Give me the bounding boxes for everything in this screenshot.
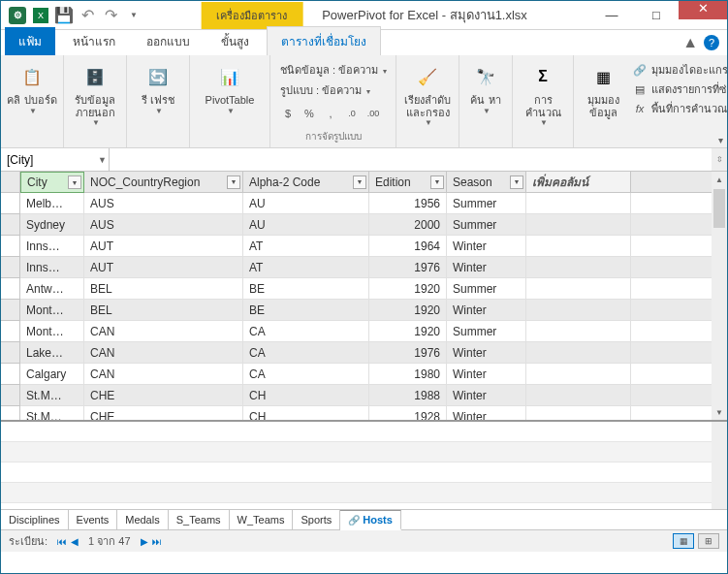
undo-button[interactable]: ↶ [77,5,98,26]
close-button[interactable]: ✕ [679,0,727,19]
cell-alpha2[interactable]: AU [243,193,369,214]
cell-city[interactable]: Mont… [20,321,84,342]
cell-city[interactable]: Calgary [20,364,84,385]
cell-alpha2[interactable]: AT [243,236,369,257]
cell-season[interactable]: Summer [447,214,526,236]
cell-edition[interactable]: 1988 [369,385,447,406]
filter-icon[interactable]: ▼ [68,175,81,189]
cell-empty[interactable] [526,257,631,278]
help-button[interactable]: ? [704,35,719,50]
cell-edition[interactable]: 1928 [369,406,447,422]
calc-row[interactable] [1,442,727,462]
cell-noc[interactable]: AUT [84,257,243,278]
get-external-data-button[interactable]: 🗄️ รับข้อมูล ภายนอก ▼ [70,59,120,127]
cell-noc[interactable]: CHE [84,406,243,422]
datatype-selector[interactable]: ชนิดข้อมูล : ข้อความ ▾ [280,61,386,79]
next-record-button[interactable]: ▶ [141,536,148,547]
cell-alpha2[interactable]: CA [243,321,369,342]
table-row[interactable]: CalgaryCANCA1980Winter [1,364,727,385]
cell-alpha2[interactable]: AT [243,257,369,278]
cell-noc[interactable]: CAN [84,321,243,342]
cell-alpha2[interactable]: CH [243,385,369,406]
cell-noc[interactable]: CAN [84,364,243,385]
sheet-tab-hosts[interactable]: 🔗Hosts [340,510,401,530]
formula-input[interactable]: ⇳ [110,148,727,171]
row-header[interactable] [1,214,20,236]
sheet-tab-sports[interactable]: Sports [293,510,340,529]
app-logo[interactable]: ⚙ [7,5,28,26]
tab-file[interactable]: แฟ้ม [5,27,55,55]
sheet-tab-steams[interactable]: S_Teams [169,510,230,529]
sheet-tab-disciplines[interactable]: Disciplines [1,510,69,529]
cell-city[interactable]: Antw… [20,278,84,300]
cell-noc[interactable]: AUS [84,214,243,236]
cell-empty[interactable] [526,321,631,342]
calc-area-button[interactable]: fxพื้นที่การคำนวณ [632,100,728,117]
cell-city[interactable]: St.M… [20,385,84,406]
prev-record-button[interactable]: ◀ [71,536,79,547]
cell-season[interactable]: Winter [447,257,526,278]
cell-season[interactable]: Summer [447,193,526,214]
row-header[interactable] [1,385,20,406]
cell-edition[interactable]: 1920 [369,321,447,342]
row-header[interactable] [1,278,20,300]
cell-city[interactable]: Lake… [20,342,84,364]
format-selector[interactable]: รูปแบบ : ข้อความ ▾ [280,81,386,99]
increase-decimal-button[interactable]: .0 [344,106,360,121]
cell-alpha2[interactable]: CA [243,364,369,385]
cell-noc[interactable]: CAN [84,342,243,364]
cell-city[interactable]: St.M… [20,406,84,422]
cell-edition[interactable]: 2000 [369,214,447,236]
show-hidden-button[interactable]: ▤แสดงรายการที่ซ่อนอยู่ [632,80,728,98]
table-row[interactable]: SydneyAUSAU2000Summer [1,214,727,236]
select-all-corner[interactable] [1,172,20,193]
cell-noc[interactable]: BEL [84,300,243,321]
cell-noc[interactable]: AUT [84,236,243,257]
cell-alpha2[interactable]: CH [243,406,369,422]
cell-season[interactable]: Summer [447,321,526,342]
calculations-button[interactable]: Σ การ คำนวณ ▼ [519,59,567,127]
last-record-button[interactable]: ⏭ [152,536,162,547]
cell-edition[interactable]: 1920 [369,300,447,321]
save-button[interactable]: 💾 [53,5,75,26]
column-header-city[interactable]: City▼ [20,172,84,193]
redo-button[interactable]: ↷ [100,5,121,26]
scroll-thumb[interactable] [713,189,725,228]
vertical-scrollbar[interactable]: ▲ ▼ [712,172,727,420]
table-row[interactable]: Mont…CANCA1920Summer [1,321,727,342]
data-view-button[interactable]: ▦ มุมมอง ข้อมูล [580,59,626,118]
ribbon-collapse-button[interactable]: ▾ [718,135,723,145]
cell-empty[interactable] [526,364,631,385]
name-box[interactable]: [City] ▼ [1,148,110,171]
cell-season[interactable]: Winter [447,364,526,385]
minimize-button[interactable]: — [589,2,634,29]
collapse-ribbon-icon[interactable]: ▲ [682,34,698,51]
cell-edition[interactable]: 1976 [369,257,447,278]
cell-alpha2[interactable]: BE [243,278,369,300]
tab-home[interactable]: หน้าแรก [59,27,129,55]
cell-season[interactable]: Summer [447,278,526,300]
filter-icon[interactable]: ▼ [430,175,444,189]
row-header[interactable] [1,321,20,342]
cell-empty[interactable] [526,278,631,300]
cell-edition[interactable]: 1980 [369,364,447,385]
row-header[interactable] [1,342,20,364]
calc-row[interactable] [1,422,727,442]
comma-button[interactable]: , [323,106,338,121]
cell-season[interactable]: Winter [447,342,526,364]
scroll-down-icon[interactable]: ▼ [712,404,727,420]
table-row[interactable]: St.M…CHECH1988Winter [1,385,727,406]
currency-button[interactable]: $ [280,106,296,121]
calc-scrollbar[interactable] [712,422,727,509]
add-column-header[interactable]: เพิ่มคอลัมน์ [526,172,631,193]
cell-edition[interactable]: 1956 [369,193,447,214]
table-row[interactable]: Lake…CANCA1976Winter [1,342,727,364]
clipboard-button[interactable]: 📋 คลิ ปบอร์ด ▼ [7,59,57,115]
diagram-view-toggle[interactable]: ⊞ [698,533,719,549]
cell-alpha2[interactable]: AU [243,214,369,236]
filter-icon[interactable]: ▼ [227,175,240,189]
cell-alpha2[interactable]: BE [243,300,369,321]
calc-row[interactable] [1,483,727,503]
cell-empty[interactable] [526,342,631,364]
decrease-decimal-button[interactable]: .00 [365,106,381,121]
